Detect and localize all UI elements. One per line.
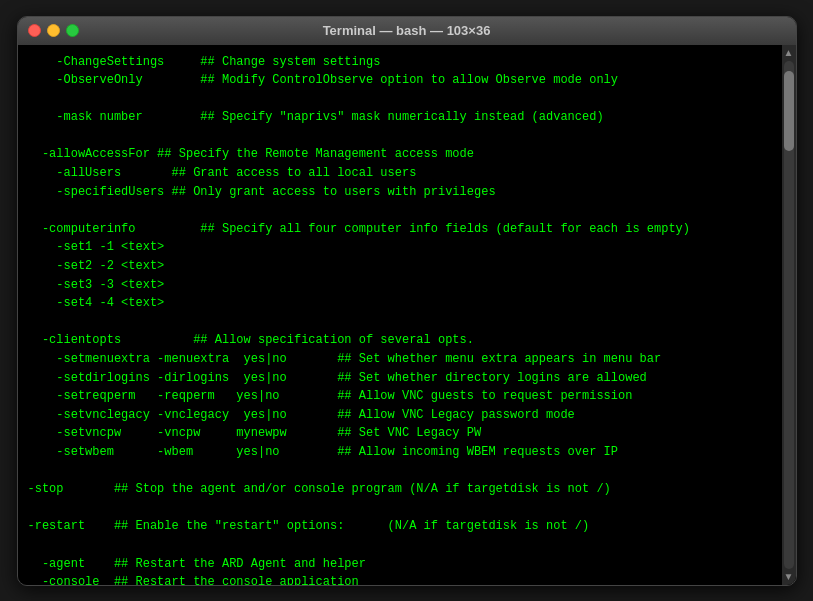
terminal-window: Terminal — bash — 103×36 -ChangeSettings… bbox=[17, 16, 797, 586]
terminal-output[interactable]: -ChangeSettings ## Change system setting… bbox=[18, 45, 782, 585]
traffic-lights bbox=[28, 24, 79, 37]
scroll-thumb[interactable] bbox=[784, 71, 794, 151]
close-button[interactable] bbox=[28, 24, 41, 37]
terminal-body: -ChangeSettings ## Change system setting… bbox=[18, 45, 796, 585]
scrollbar[interactable]: ▲ ▼ bbox=[782, 45, 796, 585]
window-title: Terminal — bash — 103×36 bbox=[323, 23, 491, 38]
scroll-track[interactable] bbox=[784, 61, 794, 569]
scroll-up-arrow[interactable]: ▲ bbox=[783, 47, 795, 59]
maximize-button[interactable] bbox=[66, 24, 79, 37]
scroll-down-arrow[interactable]: ▼ bbox=[783, 571, 795, 583]
minimize-button[interactable] bbox=[47, 24, 60, 37]
titlebar: Terminal — bash — 103×36 bbox=[18, 17, 796, 45]
